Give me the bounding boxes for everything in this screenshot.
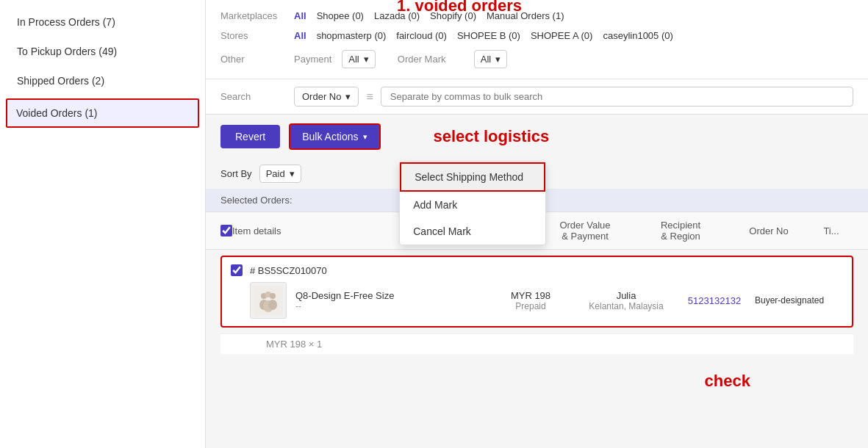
order-checkbox[interactable]	[231, 264, 243, 276]
search-row: Search Order No ▾ ≡	[206, 79, 868, 115]
marketplace-manual[interactable]: Manual Orders (1)	[487, 10, 564, 21]
stores-filter-row: Stores All shopmasterp (0) faircloud (0)…	[220, 26, 853, 46]
action-bar: Revert Bulk Actions ▾ Select Shipping Me…	[206, 115, 868, 159]
marketplace-shopee[interactable]: Shopee (0)	[317, 10, 364, 21]
order-no-cell: 5123132132	[674, 295, 755, 306]
order-item-details: Q8-Design E-Free Size --	[231, 282, 483, 319]
logistics-annotation: select logistics	[434, 127, 550, 146]
store-caseylin[interactable]: caseylin1005 (0)	[603, 30, 672, 41]
order-row: # BS5SCZ010070	[220, 256, 853, 328]
svg-point-3	[270, 293, 276, 299]
select-all-checkbox[interactable]	[220, 225, 232, 236]
svg-point-6	[268, 300, 277, 310]
marketplaces-options: All Shopee (0) Lazada (0) Shopify (0) Ma…	[294, 10, 564, 21]
store-shopmasterp[interactable]: shopmasterp (0)	[317, 30, 387, 41]
sidebar-item-in-process[interactable]: In Process Orders (7)	[0, 7, 205, 37]
bulk-actions-dropdown: Select Shipping Method Add Mark Cancel M…	[399, 162, 546, 245]
marketplace-lazada[interactable]: Lazada (0)	[374, 10, 420, 21]
order-amount: MYR 198	[483, 290, 578, 301]
sort-label: Sort By	[220, 168, 252, 179]
order-header: # BS5SCZ010070	[231, 264, 843, 276]
revert-button[interactable]: Revert	[220, 125, 280, 148]
column-header-order-no: Order No	[728, 225, 809, 236]
sort-select[interactable]: Paid ▾	[259, 165, 301, 183]
store-shopee-a[interactable]: SHOPEE A (0)	[531, 30, 593, 41]
chevron-down-icon: ▾	[345, 91, 351, 102]
filter-section: Marketplaces All Shopee (0) Lazada (0) S…	[206, 0, 868, 79]
stores-options: All shopmasterp (0) faircloud (0) SHOPEE…	[294, 30, 673, 41]
column-header-recipient: Recipient& Region	[633, 220, 728, 242]
order-payment-type: Prepaid	[483, 301, 578, 311]
order-subtotal: MYR 198 × 1	[220, 333, 853, 354]
chevron-down-icon: ▾	[290, 168, 295, 179]
sidebar-item-shipped[interactable]: Shipped Orders (2)	[0, 66, 205, 95]
sidebar: In Process Orders (7) To Pickup Orders (…	[0, 0, 206, 448]
search-label: Search	[220, 91, 287, 102]
chevron-down-icon: ▾	[363, 132, 367, 142]
order-item-info: Q8-Design E-Free Size --	[295, 290, 483, 311]
dropdown-item-shipping[interactable]: Select Shipping Method	[401, 164, 544, 190]
recipient-name: Julia	[578, 290, 674, 301]
marketplace-all[interactable]: All	[294, 10, 306, 21]
order-value-cell: MYR 198 Prepaid	[483, 290, 578, 311]
marketplaces-label: Marketplaces	[220, 10, 287, 21]
search-input[interactable]	[381, 87, 853, 106]
order-no-link[interactable]: 5123132132	[688, 295, 741, 306]
marketplace-shopify[interactable]: Shopify (0)	[430, 10, 476, 21]
shipping-cell: Buyer-designated	[755, 295, 843, 306]
other-label: Other	[220, 54, 287, 65]
main-content: 1. voided orders Marketplaces All Shopee…	[206, 0, 868, 448]
order-item-image	[250, 282, 287, 319]
store-all[interactable]: All	[294, 30, 306, 41]
order-item-name: Q8-Design E-Free Size	[295, 290, 483, 301]
bulk-actions-button[interactable]: Bulk Actions ▾	[289, 123, 380, 150]
bulk-search-icon: ≡	[366, 90, 373, 104]
sidebar-item-voided[interactable]: Voided Orders (1)	[6, 98, 199, 128]
chevron-down-icon: ▾	[364, 54, 369, 65]
recipient-cell: Julia Kelantan, Malaysia	[578, 290, 674, 311]
recipient-region: Kelantan, Malaysia	[578, 301, 674, 311]
order-item-sub: --	[295, 301, 483, 311]
sidebar-item-to-pickup[interactable]: To Pickup Orders (49)	[0, 37, 205, 66]
search-field-select[interactable]: Order No ▾	[294, 87, 359, 106]
order-mark-select[interactable]: All ▾	[474, 50, 507, 68]
check-annotation: check	[705, 372, 750, 391]
partial-row: MYR 198 × 1	[206, 333, 868, 354]
marketplaces-filter-row: Marketplaces All Shopee (0) Lazada (0) S…	[220, 6, 853, 26]
store-shopee-b[interactable]: SHOPEE B (0)	[457, 30, 520, 41]
order-id: # BS5SCZ010070	[250, 265, 327, 276]
payment-select[interactable]: All ▾	[342, 50, 375, 68]
stores-label: Stores	[220, 30, 287, 41]
payment-label: Payment	[294, 54, 331, 65]
dropdown-item-add-mark[interactable]: Add Mark	[400, 192, 545, 218]
other-filter-row: Other Payment All ▾ Order Mark All ▾	[220, 46, 853, 73]
column-header-order-value: Order Value& Payment	[537, 220, 633, 242]
order-mark-label: Order Mark	[398, 54, 464, 65]
store-faircloud[interactable]: faircloud (0)	[396, 30, 447, 41]
dropdown-item-cancel-mark[interactable]: Cancel Mark	[400, 218, 545, 245]
chevron-down-icon: ▾	[495, 54, 501, 65]
column-header-time: Ti...	[809, 225, 853, 236]
